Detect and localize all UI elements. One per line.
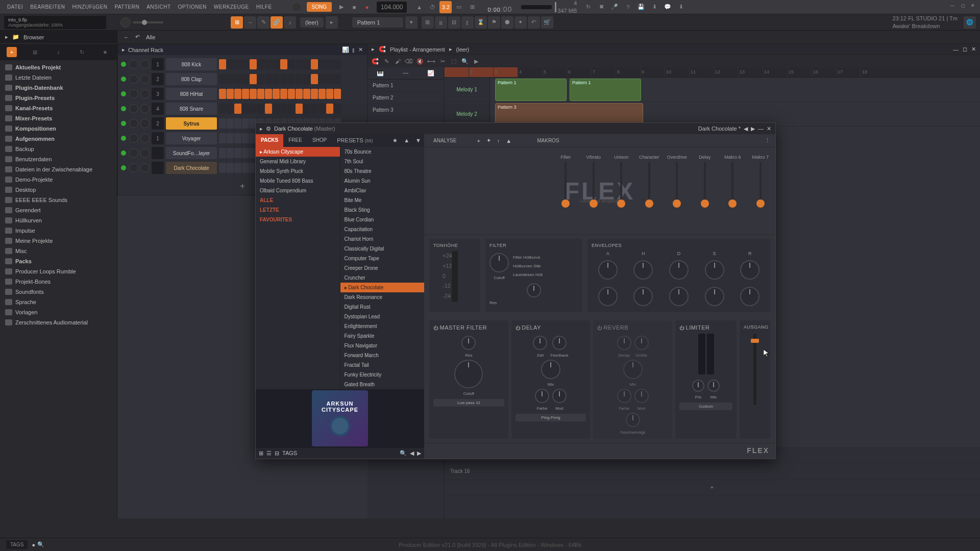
record-button[interactable]: ● bbox=[361, 2, 373, 13]
step-button[interactable] bbox=[273, 59, 280, 69]
ruler-mark[interactable]: 12 bbox=[714, 67, 738, 77]
step-button[interactable] bbox=[250, 59, 257, 69]
channel-name[interactable]: 808 Clap bbox=[166, 73, 217, 85]
makro-knob[interactable] bbox=[645, 199, 653, 208]
channel-vol-knob[interactable] bbox=[140, 89, 150, 98]
tree-item[interactable]: Aufgenommen bbox=[0, 134, 117, 144]
step-button[interactable] bbox=[311, 104, 318, 114]
step-button[interactable] bbox=[303, 74, 310, 84]
step-button[interactable] bbox=[303, 104, 310, 114]
grow-icon[interactable]: ↑ bbox=[497, 138, 500, 144]
playlist-menu-icon[interactable]: ▸ bbox=[372, 46, 375, 53]
env-knob[interactable] bbox=[669, 287, 689, 306]
channel-number[interactable]: 2 bbox=[152, 117, 164, 130]
step-button[interactable] bbox=[242, 104, 249, 114]
tree-item[interactable]: Meine Projekte bbox=[0, 236, 117, 246]
step-button[interactable] bbox=[219, 118, 226, 129]
pan-knob[interactable] bbox=[120, 17, 131, 28]
ruler-mark[interactable] bbox=[444, 67, 469, 77]
shop-tab[interactable]: SHOP bbox=[307, 134, 332, 147]
browser-add-icon[interactable]: + bbox=[7, 47, 17, 57]
channel-number[interactable]: 1 bbox=[152, 58, 164, 70]
step-button[interactable] bbox=[318, 89, 326, 99]
channel-led[interactable] bbox=[121, 77, 126, 82]
reverb-speed-knob[interactable] bbox=[626, 413, 640, 427]
makro-slider-track[interactable] bbox=[731, 162, 733, 208]
tags-button[interactable]: TAGS bbox=[6, 540, 28, 549]
env-knob[interactable] bbox=[633, 260, 653, 280]
tree-item[interactable]: Soundfonts bbox=[0, 287, 117, 297]
tree-item[interactable]: Plugin-Presets bbox=[0, 93, 117, 103]
link-icon[interactable]: 🔗 bbox=[271, 16, 283, 29]
preset-item[interactable]: Fractal Tail bbox=[340, 360, 425, 370]
tree-item[interactable]: Hüllkurven bbox=[0, 215, 117, 226]
step-button[interactable] bbox=[318, 104, 326, 114]
channel-pan-knob[interactable] bbox=[129, 134, 138, 143]
channel-led[interactable] bbox=[121, 62, 126, 67]
ruler-mark[interactable]: 7 bbox=[591, 67, 616, 77]
preset-item[interactable]: Gated Breath bbox=[340, 380, 425, 389]
step-button[interactable] bbox=[311, 59, 318, 69]
add-icon[interactable]: + bbox=[477, 138, 480, 144]
menu-pattern[interactable]: PATTERN bbox=[111, 2, 142, 12]
tempo-tap-icon[interactable]: ⌛ bbox=[475, 16, 487, 29]
preset-item[interactable]: 7th Soul bbox=[340, 157, 425, 166]
tree-item[interactable]: Aktuelles Projekt bbox=[0, 62, 117, 72]
ruler-mark[interactable]: 6 bbox=[567, 67, 591, 77]
makros-tab[interactable]: MAKROS bbox=[533, 136, 563, 145]
stop-button[interactable]: ■ bbox=[349, 2, 360, 13]
tree-item[interactable]: Desktop bbox=[0, 185, 117, 195]
tree-item[interactable]: Kompositionen bbox=[0, 123, 117, 134]
step-button[interactable] bbox=[326, 74, 333, 84]
drop-icon[interactable]: ▲ bbox=[506, 138, 511, 144]
browser-sound-icon[interactable]: ♪ bbox=[53, 47, 63, 57]
channel-pan-knob[interactable] bbox=[129, 119, 138, 128]
nav-left-icon[interactable]: ◀ bbox=[410, 450, 414, 457]
flex-prev-icon[interactable]: ◀ bbox=[744, 126, 748, 132]
step-button[interactable] bbox=[227, 104, 234, 114]
sort-up-icon[interactable]: ▲ bbox=[401, 134, 412, 147]
back-icon[interactable]: ↶ bbox=[528, 16, 540, 29]
env-knob[interactable] bbox=[705, 287, 724, 306]
preset-item[interactable]: AmbiClav bbox=[340, 186, 425, 195]
step-button[interactable] bbox=[219, 148, 226, 158]
step-edit-icon[interactable]: ⊞ bbox=[466, 1, 478, 13]
channel-led[interactable] bbox=[121, 106, 126, 111]
makro-knob[interactable] bbox=[756, 199, 765, 208]
shop-cart-icon[interactable]: 🛒 bbox=[541, 16, 553, 29]
channel-pan-knob[interactable] bbox=[129, 60, 138, 69]
step-button[interactable] bbox=[227, 74, 234, 84]
mf-res-knob[interactable] bbox=[461, 336, 476, 350]
ch-rack-close-icon[interactable]: ✕ bbox=[358, 46, 363, 53]
step-button[interactable] bbox=[273, 104, 280, 114]
alle-label[interactable]: Alle bbox=[146, 34, 155, 40]
step-button[interactable] bbox=[242, 133, 249, 143]
playlist-minimize-icon[interactable]: — bbox=[953, 46, 959, 53]
step-button[interactable] bbox=[334, 59, 341, 69]
channel-name[interactable]: 808 Snare bbox=[166, 103, 217, 115]
makro-slider-track[interactable] bbox=[676, 162, 678, 208]
tree-item[interactable]: Backup bbox=[0, 144, 117, 154]
step-button[interactable] bbox=[303, 89, 310, 99]
channel-vol-knob[interactable] bbox=[140, 74, 150, 84]
preset-item[interactable]: Cruncher bbox=[340, 273, 425, 283]
makro-slider-track[interactable] bbox=[760, 162, 762, 208]
ruler-mark[interactable]: 9 bbox=[640, 67, 665, 77]
step-button[interactable] bbox=[257, 74, 264, 84]
step-button[interactable] bbox=[250, 89, 257, 99]
step-button[interactable] bbox=[227, 148, 234, 158]
preset-item[interactable]: Alumin Sun bbox=[340, 176, 425, 186]
env-knob[interactable] bbox=[669, 260, 689, 280]
pack-item[interactable]: Olbaid Compendium bbox=[256, 186, 340, 195]
step-button[interactable] bbox=[265, 104, 272, 114]
limiter-type-button[interactable]: Custom bbox=[679, 403, 732, 410]
menu-datei[interactable]: DATEI bbox=[4, 2, 26, 12]
pack-item[interactable]: General Midi Library bbox=[256, 157, 340, 166]
step-button[interactable] bbox=[280, 89, 287, 99]
tree-item[interactable]: Vorlagen bbox=[0, 307, 117, 317]
channel-pan-knob[interactable] bbox=[129, 89, 138, 98]
mf-cutoff-knob[interactable] bbox=[454, 360, 483, 388]
pl-magnet-icon[interactable]: 🧲 bbox=[371, 57, 380, 66]
flex-minimize-icon[interactable]: — bbox=[758, 126, 764, 132]
step-button[interactable] bbox=[288, 89, 295, 99]
